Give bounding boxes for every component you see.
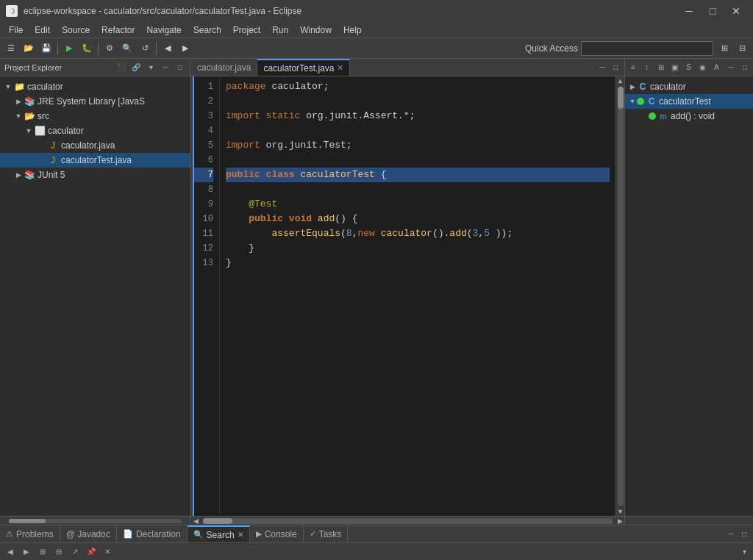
- code-line-11: assertEquals(8,new caculator().add(3,5 )…: [226, 226, 610, 241]
- editor-scrollbar-h[interactable]: ◀ ▶: [191, 516, 624, 525]
- line-num-12: 12: [194, 241, 213, 256]
- editor-minimize-button[interactable]: ─: [596, 62, 608, 73]
- tab-caculatortest-close[interactable]: ✕: [337, 63, 343, 73]
- outline-static-btn[interactable]: S: [682, 60, 696, 75]
- perspectives-button[interactable]: ⊞: [716, 40, 732, 57]
- outline-anon-btn[interactable]: A: [710, 60, 723, 75]
- scroll-thumb-h[interactable]: [203, 518, 232, 524]
- tree-item-pkg[interactable]: ▼ ⬜ caculator: [0, 123, 190, 138]
- tab-tasks[interactable]: ✓ Tasks: [304, 525, 349, 542]
- scroll-right-arrow[interactable]: ▶: [615, 517, 624, 525]
- outline-sort-btn[interactable]: ↕: [640, 60, 654, 75]
- quick-access-input[interactable]: [581, 41, 713, 56]
- menu-edit[interactable]: Edit: [29, 24, 56, 37]
- run-button[interactable]: ▶: [61, 40, 77, 57]
- search-menu-btn[interactable]: ▾: [738, 546, 750, 558]
- toolbar-btn-4[interactable]: 🔍: [119, 40, 135, 57]
- tree-item-junit[interactable]: ▶ 📚 JUnit 5: [0, 168, 190, 182]
- scroll-track-h[interactable]: [203, 518, 613, 524]
- menu-file[interactable]: File: [3, 24, 29, 37]
- outline-filter-btn[interactable]: ⊞: [654, 60, 668, 75]
- search-forward-btn[interactable]: ▶: [19, 545, 34, 559]
- explorer-menu-button[interactable]: ▾: [145, 62, 157, 73]
- code-content[interactable]: package caculator; import static org.jun…: [220, 76, 615, 516]
- tab-search[interactable]: 🔍 Search ✕: [188, 525, 250, 542]
- search-expand-btn[interactable]: ⊞: [35, 545, 50, 559]
- tab-problems[interactable]: ⚠ Problems: [0, 525, 60, 542]
- search-collapse-btn[interactable]: ⊟: [51, 545, 66, 559]
- tree-arrow-calcjava: [37, 140, 47, 151]
- toolbar-btn-7[interactable]: ▶: [177, 40, 193, 57]
- toolbar-btn-3[interactable]: ⚙: [101, 40, 118, 57]
- tab-javadoc[interactable]: @ Javadoc: [60, 525, 117, 542]
- save-button[interactable]: 💾: [38, 40, 54, 57]
- bottom-max-btn[interactable]: □: [738, 528, 750, 540]
- tab-caculatortest-java[interactable]: caculatorTest.java ✕: [257, 59, 350, 76]
- menu-source[interactable]: Source: [56, 24, 96, 37]
- tab-search-label: Search: [207, 530, 235, 540]
- outline-item-caculatortest[interactable]: ▼ C caculatorTest: [625, 94, 753, 109]
- scroll-down-arrow[interactable]: ▼: [616, 507, 625, 516]
- outline-min-btn[interactable]: ─: [724, 60, 738, 75]
- menu-window[interactable]: Window: [294, 24, 338, 37]
- new-button[interactable]: ☰: [3, 40, 19, 57]
- search-pin-btn[interactable]: 📌: [84, 545, 99, 559]
- views-button[interactable]: ⊟: [734, 40, 750, 57]
- tab-caculator-java[interactable]: caculator.java: [191, 59, 257, 76]
- line-num-11: 11: [194, 226, 213, 241]
- editor-scrollbar-v[interactable]: ▲ ▼: [615, 76, 624, 516]
- minimize-button[interactable]: ─: [678, 0, 700, 22]
- menu-help[interactable]: Help: [338, 24, 368, 37]
- search-remove-btn[interactable]: ✕: [100, 545, 115, 559]
- tab-declaration[interactable]: 📄 Declaration: [117, 525, 188, 542]
- menu-navigate[interactable]: Navigate: [140, 24, 187, 37]
- outline-scrollbar-h[interactable]: [625, 516, 753, 525]
- scroll-left-arrow[interactable]: ◀: [191, 517, 200, 525]
- minimize-explorer-button[interactable]: ─: [160, 62, 171, 73]
- outline-item-caculator[interactable]: ▶ C caculator: [625, 79, 753, 94]
- outline-fields-btn[interactable]: ▣: [668, 60, 682, 75]
- editor-maximize-button[interactable]: □: [610, 62, 621, 73]
- scroll-track-v[interactable]: [618, 87, 624, 506]
- search-icon: 🔍: [193, 530, 204, 539]
- link-with-editor-button[interactable]: 🔗: [130, 62, 142, 73]
- tree-label-jre: JRE System Library [JavaS: [38, 96, 145, 107]
- tab-search-close[interactable]: ✕: [238, 531, 243, 539]
- open-button[interactable]: 📂: [21, 40, 37, 57]
- tree-item-src[interactable]: ▼ 📂 src: [0, 109, 190, 123]
- outline-collapse-btn[interactable]: ≡: [627, 60, 640, 75]
- tab-problems-label: Problems: [16, 529, 54, 539]
- search-export-btn[interactable]: ↗: [68, 545, 82, 559]
- tree-item-caculator-java[interactable]: J caculator.java: [0, 138, 190, 153]
- search-back-btn[interactable]: ◀: [3, 545, 18, 559]
- bottom-min-btn[interactable]: ─: [725, 528, 737, 540]
- menu-search[interactable]: Search: [188, 24, 227, 37]
- project-explorer-title: Project Explorer: [4, 63, 113, 72]
- outline-max-btn[interactable]: □: [738, 60, 752, 75]
- outline-nonpublic-btn[interactable]: ◉: [696, 60, 709, 75]
- outline-label-add: add() : void: [671, 111, 715, 121]
- scroll-thumb-v[interactable]: [618, 87, 624, 109]
- toolbar-btn-6[interactable]: ◀: [160, 40, 176, 57]
- test-indicator-dot: [637, 98, 644, 105]
- tree-item-jre[interactable]: ▶ 📚 JRE System Library [JavaS: [0, 94, 190, 109]
- close-button[interactable]: ✕: [725, 0, 747, 22]
- maximize-explorer-button[interactable]: □: [174, 62, 186, 73]
- maximize-button[interactable]: □: [702, 0, 724, 22]
- toolbar-btn-5[interactable]: ↺: [137, 40, 153, 57]
- tree-item-caculator-proj[interactable]: ▼ 📁 caculator: [0, 79, 190, 94]
- tab-console[interactable]: ▶ Console: [250, 525, 304, 542]
- outline-item-add[interactable]: m add() : void: [625, 109, 753, 123]
- scroll-up-arrow[interactable]: ▲: [616, 76, 625, 85]
- code-editor[interactable]: 1 2 3 4 5 6 7 8 9 10 11 12 13: [191, 76, 624, 516]
- menu-run[interactable]: Run: [266, 24, 294, 37]
- collapse-all-button[interactable]: ⬛: [115, 62, 127, 73]
- menu-refactor[interactable]: Refactor: [96, 24, 140, 37]
- menu-project[interactable]: Project: [227, 24, 266, 37]
- tree-arrow-junit: ▶: [13, 170, 24, 180]
- debug-button[interactable]: 🐛: [79, 40, 95, 57]
- explorer-scrollbar-h[interactable]: [0, 516, 190, 525]
- tree-arrow-caculator: ▼: [3, 82, 13, 92]
- tree-item-caculatortest-java[interactable]: J caculatorTest.java: [0, 153, 190, 168]
- src-folder-icon: 📂: [24, 110, 35, 122]
